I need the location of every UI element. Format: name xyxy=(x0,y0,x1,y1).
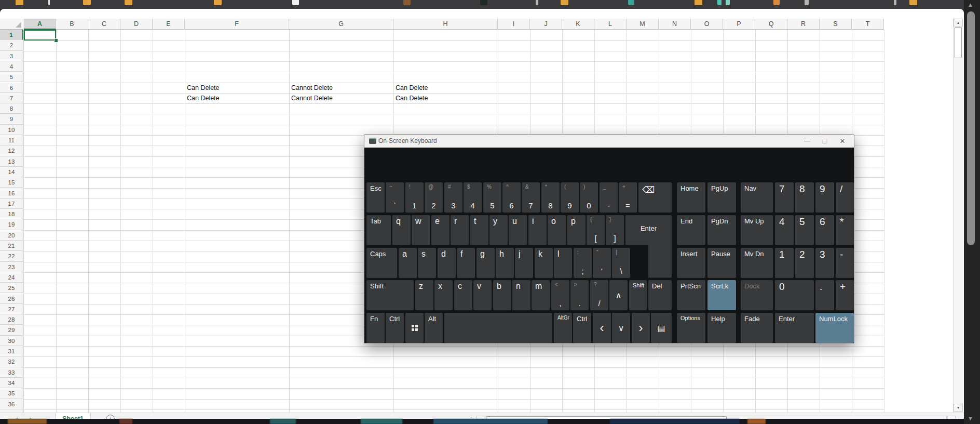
key-equals[interactable]: += xyxy=(619,182,637,213)
key-c[interactable]: c xyxy=(454,280,472,310)
key-d[interactable]: d xyxy=(438,248,456,278)
key-backspace[interactable]: ⌫ xyxy=(638,182,672,213)
key-bracket-open[interactable]: {[ xyxy=(587,215,605,245)
taskbar-icon-3[interactable] xyxy=(125,0,132,5)
key-5[interactable]: %5 xyxy=(483,182,501,213)
row-header-19[interactable]: 19 xyxy=(0,219,23,230)
outer-scroll-thumb[interactable] xyxy=(967,11,975,245)
key-period[interactable]: >. xyxy=(570,280,589,310)
key-ctrl-right[interactable]: Ctrl xyxy=(573,313,591,343)
key-u[interactable]: u xyxy=(509,215,527,245)
key-b[interactable]: b xyxy=(493,280,511,310)
key-numpad-4[interactable]: 4 xyxy=(775,215,794,245)
taskbar-icon-1[interactable] xyxy=(48,0,50,5)
column-header-O[interactable]: O xyxy=(691,19,723,30)
key-4[interactable]: $4 xyxy=(464,182,482,213)
row-header-30[interactable]: 30 xyxy=(0,336,23,346)
close-button[interactable]: ✕ xyxy=(834,135,851,148)
key-m[interactable]: m xyxy=(532,280,550,310)
taskbar-icon-15[interactable] xyxy=(805,0,809,5)
key-scrlk[interactable]: ScrLk xyxy=(707,280,736,310)
key-9[interactable]: (9 xyxy=(561,182,579,213)
key-semicolon[interactable]: :; xyxy=(574,248,592,278)
key-alt[interactable]: Alt xyxy=(425,313,443,343)
taskbar-icon-0[interactable] xyxy=(16,0,23,5)
key-7[interactable]: &7 xyxy=(522,182,540,213)
row-header-10[interactable]: 10 xyxy=(0,125,23,135)
key-minus[interactable]: _- xyxy=(600,182,618,213)
column-header-J[interactable]: J xyxy=(530,19,562,30)
key-numpad-multiply[interactable]: * xyxy=(836,215,854,245)
key-q[interactable]: q xyxy=(392,215,411,245)
taskbar-icon-17[interactable] xyxy=(909,0,917,5)
taskbar-icon-9[interactable] xyxy=(561,0,568,5)
scroll-up-button[interactable]: ▴ xyxy=(954,19,963,27)
key-0[interactable]: )0 xyxy=(580,182,598,213)
key-o[interactable]: o xyxy=(548,215,566,245)
row-header-8[interactable]: 8 xyxy=(0,103,23,114)
column-header-T[interactable]: T xyxy=(852,19,884,30)
key-6[interactable]: ^6 xyxy=(502,182,521,213)
row-header-11[interactable]: 11 xyxy=(0,135,23,145)
key-8[interactable]: *8 xyxy=(541,182,560,213)
column-header-F[interactable]: F xyxy=(185,19,289,30)
key-slash[interactable]: ?/ xyxy=(590,280,608,310)
key-backslash[interactable]: |\ xyxy=(612,248,630,278)
key-t[interactable]: t xyxy=(470,215,488,245)
taskbar-icon-5[interactable] xyxy=(292,0,299,5)
key-n[interactable]: n xyxy=(512,280,530,310)
cell-H7[interactable]: Can Delete xyxy=(396,93,496,103)
key-arrow-right[interactable]: › xyxy=(632,313,650,343)
row-header-7[interactable]: 7 xyxy=(0,93,23,103)
row-header-12[interactable]: 12 xyxy=(0,145,23,156)
key-home[interactable]: Home xyxy=(677,182,705,213)
key-numpad-8[interactable]: 8 xyxy=(795,182,814,213)
key-arrow-down[interactable]: ∨ xyxy=(612,313,630,343)
row-header-24[interactable]: 24 xyxy=(0,272,23,283)
taskbar-icon-13[interactable] xyxy=(726,0,730,5)
key-numpad-enter[interactable]: Enter xyxy=(775,313,814,343)
column-header-D[interactable]: D xyxy=(120,19,153,30)
row-header-22[interactable]: 22 xyxy=(0,251,23,261)
row-header-14[interactable]: 14 xyxy=(0,167,23,177)
key-prtscn[interactable]: PrtScn xyxy=(677,280,705,310)
taskbar-icon-16[interactable] xyxy=(894,0,896,5)
key-numpad-7[interactable]: 7 xyxy=(775,182,794,213)
vertical-scrollbar[interactable] xyxy=(953,18,963,413)
row-header-32[interactable]: 32 xyxy=(0,356,23,367)
key-k[interactable]: k xyxy=(535,248,553,278)
row-header-28[interactable]: 28 xyxy=(0,314,23,325)
row-header-6[interactable]: 6 xyxy=(0,83,23,93)
row-header-21[interactable]: 21 xyxy=(0,241,23,251)
key-h[interactable]: h xyxy=(496,248,514,278)
key-numpad-3[interactable]: 3 xyxy=(815,248,834,278)
row-header-35[interactable]: 35 xyxy=(0,388,23,399)
taskbar-icon-6[interactable] xyxy=(403,0,411,5)
row-header-36[interactable]: 36 xyxy=(0,399,23,409)
key-v[interactable]: v xyxy=(473,280,492,310)
row-header-5[interactable]: 5 xyxy=(0,72,23,82)
key-numpad-0[interactable]: 0 xyxy=(775,280,814,310)
row-header-18[interactable]: 18 xyxy=(0,209,23,219)
row-header-4[interactable]: 4 xyxy=(0,61,23,72)
key-bracket-close[interactable]: }] xyxy=(606,215,624,245)
column-header-G[interactable]: G xyxy=(289,19,393,30)
key-quote[interactable]: "' xyxy=(593,248,611,278)
row-header-2[interactable]: 2 xyxy=(0,40,23,50)
key-2[interactable]: @2 xyxy=(425,182,443,213)
key-pgdn[interactable]: PgDn xyxy=(707,215,736,245)
key-altgr[interactable]: AltGr xyxy=(554,313,572,343)
taskbar-icon-7[interactable] xyxy=(480,0,487,5)
key-shift-left[interactable]: Shift xyxy=(366,280,414,310)
cell-F6[interactable]: Can Delete xyxy=(187,83,287,93)
row-header-34[interactable]: 34 xyxy=(0,378,23,388)
key-menu[interactable]: ▤ xyxy=(651,313,672,343)
row-header-25[interactable]: 25 xyxy=(0,283,23,293)
key-help[interactable]: Help xyxy=(707,313,736,343)
key-options[interactable]: Options xyxy=(677,313,705,343)
key-end[interactable]: End xyxy=(677,215,705,245)
key-p[interactable]: p xyxy=(567,215,586,245)
taskbar-icon-10[interactable] xyxy=(628,0,634,5)
column-header-N[interactable]: N xyxy=(659,19,691,30)
column-header-C[interactable]: C xyxy=(88,19,120,30)
